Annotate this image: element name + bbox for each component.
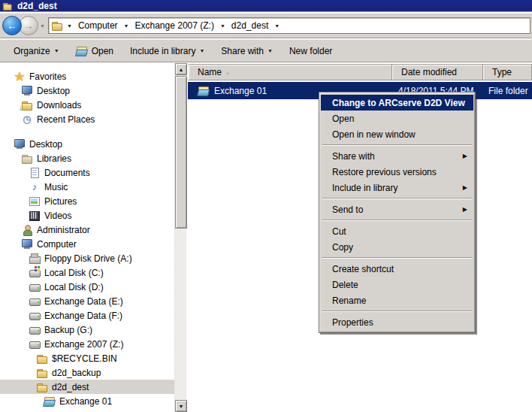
crumb-sep-icon[interactable]: ▼ [122,23,131,29]
menu-item-label: Delete [332,280,467,290]
sidebar-item-label: Libraries [37,153,71,164]
menu-item-label: Copy [332,242,467,253]
sidebar-item-backup-g[interactable]: Backup (G:) [0,323,174,337]
sidebar-item-pictures[interactable]: Pictures [0,194,174,208]
menu-item-create-shortcut[interactable]: Create shortcut [321,261,473,277]
sidebar-item-local-disk-d[interactable]: Local Disk (D:) [0,280,174,294]
menu-item-rename[interactable]: Rename [321,292,473,308]
toolbar-item-organize[interactable]: Organize▼ [8,44,65,59]
sidebar-item-exchange-data-f[interactable]: Exchange Data (F:) [0,308,174,323]
back-arrow-icon: ← [7,20,17,32]
sidebar-item-libraries[interactable]: Libraries [0,151,174,165]
address-bar: ← → ▼ ▼Computer▼Exchange 2007 (Z:)▼d2d_d… [0,13,532,38]
sidebar-item-exchange-2007-z[interactable]: Exchange 2007 (Z:) [0,337,174,351]
disk-icon [29,281,41,293]
toolbar-item-label: Organize [14,46,50,56]
menu-item-open-in-new-window[interactable]: Open in new window [321,126,473,142]
sidebar-item-videos[interactable]: Videos [0,208,174,223]
floppy-icon [29,253,41,265]
sidebar-item-local-disk-c[interactable]: Local Disk (C:) [0,265,174,280]
breadcrumb[interactable]: ▼Computer▼Exchange 2007 (Z:)▼d2d_dest▼ [48,17,530,34]
back-button[interactable]: ← [2,16,22,35]
sidebar-item-favorites[interactable]: ★Favorites [0,69,174,83]
crumb-sep-icon[interactable]: ▼ [272,23,282,29]
sidebar-item-administrator[interactable]: Administrator [0,223,174,237]
menu-separator [322,220,472,221]
scroll-up-icon: ▲ [179,67,184,72]
toolbar-item-include-in-library[interactable]: Include in library▼ [124,44,210,59]
folder-open-icon [198,85,210,97]
crumb-dropdown-icon[interactable]: ▼ [65,23,74,29]
sidebar-item-downloads[interactable]: ↓Downloads [0,98,174,112]
crumb-d2d-dest[interactable]: d2d_dest [229,20,271,32]
column-header-label: Name [198,67,222,77]
menu-item-delete[interactable]: Delete [321,277,473,292]
menu-item-label: Cut [332,226,467,237]
column-header-date-modified[interactable]: Date modified [392,64,483,80]
doc-icon [29,167,41,179]
scroll-up-button[interactable]: ▲ [175,63,187,75]
menu-item-label: Include in library [332,183,463,193]
sidebar-item-music[interactable]: ♪Music [0,180,174,194]
sidebar-item-exchange-data-e[interactable]: Exchange Data (E:) [0,294,174,308]
menu-item-properties[interactable]: Properties [321,314,473,330]
menu-item-open[interactable]: Open [321,111,473,126]
sidebar-item-desktop[interactable]: Desktop [0,83,174,98]
sidebar-item-label: Backup (G:) [44,325,92,335]
sidebar-item-label: Desktop [37,86,70,96]
toolbar-item-share-with[interactable]: Share with▼ [215,44,279,59]
sidebar-item-d2d-backup[interactable]: d2d_backup [0,365,174,380]
file-type: File folder [483,86,532,96]
folder-icon [51,20,63,32]
column-header-type[interactable]: Type [483,64,532,80]
menu-separator [322,198,472,199]
sidebar-item-d2d-dest[interactable]: d2d_dest [0,380,174,394]
folder-download-icon: ↓ [21,99,33,111]
menu-item-share-with[interactable]: Share with▶ [321,148,473,164]
sidebar-item-label: Floppy Disk Drive (A:) [44,253,132,264]
dropdown-icon: ▼ [199,48,204,53]
file-name: Exchange 01 [214,86,267,96]
sidebar-item-recycle-bin[interactable]: $RECYCLE.BIN [0,351,174,365]
monitor-icon [21,85,33,97]
menu-item-restore-previous-versions[interactable]: Restore previous versions [321,164,473,180]
disk-icon [29,310,41,322]
menu-item-include-in-library[interactable]: Include in library▶ [321,180,473,195]
toolbar-item-open[interactable]: Open [70,43,119,59]
history-dropdown-icon[interactable]: ▼ [40,23,45,29]
menu-item-send-to[interactable]: Send to▶ [321,201,473,217]
menu-item-copy[interactable]: Copy [321,239,473,255]
sidebar-item-documents[interactable]: Documents [0,165,174,180]
crumb-sep-icon[interactable]: ▼ [218,23,228,29]
sidebar-item-exchange-01[interactable]: Exchange 01 [0,394,174,408]
crumb-exchange-2007-z[interactable]: Exchange 2007 (Z:) [133,20,216,32]
menu-separator [322,144,472,146]
explorer-window: d2d_dest ← → ▼ ▼Computer▼Exchange 2007 (… [0,0,532,412]
scroll-down-button[interactable]: ▼ [175,400,187,412]
column-header-name[interactable]: Name▴ [188,64,392,80]
sidebar-item-computer[interactable]: Computer [0,237,174,251]
computer-icon [21,238,33,250]
sidebar-item-desktop[interactable]: Desktop [0,137,174,151]
tree-scrollbar[interactable]: ▲ ▼ [174,63,186,412]
menu-item-label: Change to ARCserve D2D View [332,98,467,108]
dropdown-icon: ▼ [268,48,273,53]
submenu-arrow-icon: ▶ [463,153,467,159]
menu-item-cut[interactable]: Cut [321,223,473,239]
forward-arrow-icon: → [23,20,34,32]
submenu-arrow-icon: ▶ [463,184,467,191]
sidebar-item-floppy-disk-drive-a[interactable]: Floppy Disk Drive (A:) [0,251,174,265]
menu-item-label: Send to [332,204,463,215]
menu-item-label: Open in new window [332,129,467,140]
toolbar-item-label: Open [92,46,113,56]
sidebar-item-label: d2d_dest [52,382,89,392]
command-toolbar: Organize▼OpenInclude in library▼Share wi… [0,39,532,62]
column-headers: Name▴Date modifiedType [188,64,532,80]
title-bar: d2d_dest [0,0,532,12]
crumb-computer[interactable]: Computer [76,20,120,32]
menu-item-label: Create shortcut [332,264,467,274]
folder-icon [36,353,48,365]
scrollbar-thumb[interactable] [175,76,187,229]
toolbar-item-new-folder[interactable]: New folder [283,44,338,59]
menu-item-change-to-arcserve-d2d-view[interactable]: Change to ARCserve D2D View [321,95,473,111]
